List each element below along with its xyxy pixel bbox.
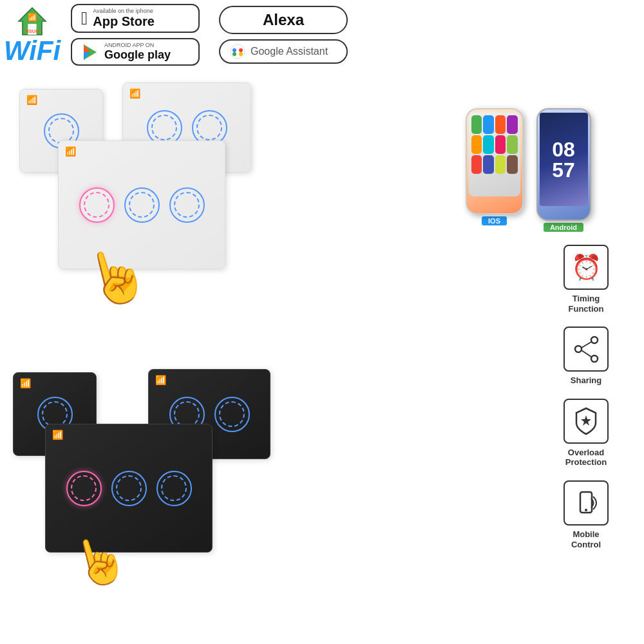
touch-button-b3c[interactable] <box>156 471 192 506</box>
button-ring-3c <box>174 192 200 218</box>
google-assistant-badge[interactable]: Google Assistant <box>219 39 348 64</box>
main-content: 📶 📶 <box>0 70 644 572</box>
app-store-small-text: Available on the iphone <box>93 8 155 14</box>
wifi-indicator-icon: 📶 <box>26 95 37 105</box>
google-play-large-text: Google play <box>104 48 171 62</box>
button-ring-2b <box>196 115 222 140</box>
touch-button-b2b[interactable] <box>214 397 250 432</box>
google-assistant-icon <box>230 44 245 59</box>
wifi-label: WiFi <box>4 37 61 64</box>
android-phone-container: 08 57 Android <box>536 108 591 232</box>
app-icon-1 <box>471 115 482 134</box>
wifi-indicator-icon-b1: 📶 <box>20 378 31 388</box>
app-store-badge[interactable]:  Available on the iphone App Store <box>71 4 200 33</box>
ios-screen <box>469 113 520 196</box>
feature-mobile-control: MobileControl <box>535 480 638 549</box>
overload-icon-wrapper <box>564 399 609 444</box>
google-assistant-text: Google Assistant <box>251 46 328 57</box>
mobile-icon-wrapper <box>564 480 609 526</box>
overload-label: OverloadProtection <box>565 448 607 468</box>
brand-logo: 📶 HSUN WiFi <box>6 5 58 64</box>
phones-area: IOS 08 57 Android <box>419 70 638 238</box>
page-root: 📶 HSUN WiFi  Available on the iphone Ap… <box>0 0 644 644</box>
button-ring-b3b <box>116 475 142 501</box>
touch-button-3b[interactable] <box>124 187 160 223</box>
app-icon-2 <box>483 115 494 134</box>
svg-text:HSUN: HSUN <box>25 28 39 34</box>
button-ring-b2a <box>174 401 200 427</box>
svg-point-8 <box>231 44 245 59</box>
android-time-display: 08 57 <box>552 139 575 180</box>
touch-button-b3a-active[interactable] <box>66 471 102 506</box>
svg-line-17 <box>582 350 591 357</box>
features-column: ⏰ TimingFunction Sharing <box>535 238 638 549</box>
mobile-control-label: MobileControl <box>571 529 601 549</box>
app-icon-6 <box>483 135 494 154</box>
touch-button-b3b[interactable] <box>111 471 147 506</box>
apple-icon:  <box>81 8 88 29</box>
svg-marker-18 <box>581 415 591 426</box>
app-icon-11 <box>495 155 506 174</box>
right-section: IOS 08 57 Android <box>419 70 638 572</box>
google-play-small-text: ANDROID APP ON <box>104 42 171 48</box>
svg-point-20 <box>585 509 587 511</box>
button-ring-1 <box>48 118 74 144</box>
svg-text:📶: 📶 <box>28 13 37 22</box>
voice-badges: Alexa Google Assistant <box>219 6 348 64</box>
alexa-badge[interactable]: Alexa <box>219 6 348 34</box>
svg-point-12 <box>239 52 243 56</box>
sharing-label: Sharing <box>571 375 601 386</box>
touch-button-3c[interactable] <box>169 187 205 223</box>
button-ring-b3a <box>71 475 97 501</box>
white-3gang-panel[interactable]: 📶 ☝️ <box>58 140 225 269</box>
app-icon-10 <box>483 155 494 174</box>
feature-timing: ⏰ TimingFunction <box>535 245 638 314</box>
app-store-large-text: App Store <box>93 14 155 29</box>
wifi-indicator-icon-b3: 📶 <box>155 375 166 385</box>
switches-area: 📶 📶 <box>6 70 412 572</box>
black-switches-area: 📶 📶 <box>6 359 412 572</box>
android-phone: 08 57 <box>536 108 591 221</box>
svg-point-10 <box>239 48 243 52</box>
app-icon-7 <box>495 135 506 154</box>
android-label: Android <box>544 223 583 232</box>
mobile-signal-icon <box>570 487 602 519</box>
app-icon-8 <box>507 135 518 154</box>
shield-star-icon <box>570 405 602 437</box>
app-icon-4 <box>507 115 518 134</box>
svg-point-11 <box>232 52 236 56</box>
share-icon <box>572 335 601 364</box>
button-ring-2a <box>151 115 177 140</box>
clock-icon: ⏰ <box>571 253 601 281</box>
ios-phone <box>466 108 524 214</box>
google-play-badge[interactable]: ANDROID APP ON Google play <box>71 38 200 66</box>
button-ring-3a <box>84 192 109 218</box>
ios-phone-container: IOS <box>466 108 524 232</box>
house-wifi-icon: 📶 HSUN <box>16 5 48 37</box>
svg-point-15 <box>591 355 598 362</box>
feature-overload: OverloadProtection <box>535 399 638 468</box>
app-icon-3 <box>495 115 506 134</box>
hand-touch-icon-black: ☝️ <box>66 528 133 594</box>
button-ring-b1 <box>42 401 68 427</box>
app-icon-5 <box>471 135 482 154</box>
svg-line-16 <box>582 342 591 348</box>
black-3gang-panel[interactable]: 📶 ☝️ <box>45 424 213 553</box>
buttons-row-3gang <box>79 187 205 223</box>
app-icon-9 <box>471 155 482 174</box>
white-switches-area: 📶 📶 <box>6 70 412 314</box>
wifi-indicator-icon-2: 📶 <box>129 88 140 99</box>
svg-point-14 <box>591 337 598 343</box>
app-icon-12 <box>507 155 518 174</box>
timing-label: TimingFunction <box>569 294 604 314</box>
android-screen: 08 57 <box>540 113 588 206</box>
ios-label: IOS <box>482 216 507 225</box>
button-ring-3b <box>129 192 155 218</box>
wifi-indicator-icon-3: 📶 <box>65 146 76 156</box>
touch-button-3a-active[interactable] <box>79 187 115 223</box>
svg-point-9 <box>232 48 236 52</box>
google-play-icon <box>81 43 99 61</box>
app-store-text: Available on the iphone App Store <box>93 8 155 29</box>
sharing-icon-wrapper <box>564 327 609 372</box>
google-play-text: ANDROID APP ON Google play <box>104 42 171 62</box>
